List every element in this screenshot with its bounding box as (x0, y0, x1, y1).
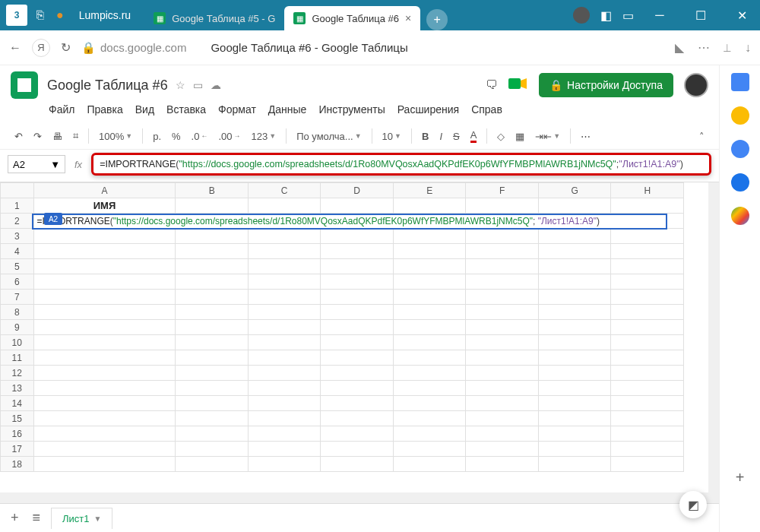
keep-icon[interactable] (731, 106, 749, 125)
cell[interactable] (466, 320, 539, 335)
row-header[interactable]: 6 (1, 274, 34, 290)
cell[interactable] (611, 411, 684, 426)
row-header[interactable]: 9 (1, 320, 34, 335)
formula-bar[interactable]: =IMPORTRANGE("https://docs.google.com/sp… (91, 153, 711, 176)
reload-button[interactable]: ↻ (61, 40, 71, 55)
cell[interactable] (538, 457, 611, 472)
cell[interactable] (611, 198, 684, 214)
cell[interactable] (176, 411, 249, 426)
menu-help[interactable]: Справ (467, 100, 507, 119)
cell[interactable] (33, 274, 176, 290)
cell[interactable] (466, 335, 539, 350)
cell[interactable] (466, 229, 539, 244)
row-header[interactable]: 14 (1, 396, 34, 411)
row-header[interactable]: 7 (1, 290, 34, 305)
cell[interactable] (321, 290, 394, 305)
window-minimize-button[interactable]: ─ (644, 0, 675, 30)
cell[interactable] (176, 290, 249, 305)
window-close-button[interactable]: ✕ (727, 0, 757, 30)
maps-icon[interactable] (731, 207, 749, 225)
cell[interactable] (321, 229, 394, 244)
cell[interactable] (466, 198, 539, 214)
menu-view[interactable]: Вид (131, 100, 159, 119)
extensions-icon[interactable]: ⟂ (724, 41, 731, 55)
cell[interactable] (321, 381, 394, 396)
cell[interactable] (466, 244, 539, 259)
cell[interactable] (611, 426, 684, 442)
cell[interactable] (176, 442, 249, 457)
col-header-H[interactable]: H (611, 183, 684, 198)
cell[interactable] (611, 244, 684, 259)
collapse-toolbar-button[interactable]: ˄ (695, 128, 708, 145)
cell-A2[interactable]: =IMPORTRANGE("https://docs.google.com/sp… (33, 214, 683, 229)
grid[interactable]: A B C D E F G H 1 ИМЯ 2 =IMPOR (0, 182, 684, 472)
cell[interactable] (611, 366, 684, 381)
cell-A1[interactable]: ИМЯ (33, 198, 176, 214)
cell[interactable] (321, 335, 394, 350)
zoom-select[interactable]: 100%▼ (95, 128, 136, 145)
tasks-icon[interactable] (731, 140, 749, 158)
row-header[interactable]: 10 (1, 335, 34, 350)
row-header-2[interactable]: 2 (1, 214, 34, 229)
cell[interactable] (248, 457, 321, 472)
cell[interactable] (176, 396, 249, 411)
menu-extensions[interactable]: Расширения (393, 100, 464, 119)
explore-fab[interactable]: ◩ (679, 491, 707, 518)
italic-button[interactable]: I (435, 128, 446, 145)
yandex-button[interactable]: Я (32, 39, 50, 57)
cell[interactable] (466, 457, 539, 472)
cell[interactable] (611, 259, 684, 274)
row-header[interactable]: 16 (1, 426, 34, 442)
cell[interactable] (538, 305, 611, 320)
cell[interactable] (248, 305, 321, 320)
cell[interactable] (611, 457, 684, 472)
meet-icon[interactable] (508, 76, 528, 94)
cell[interactable] (321, 198, 394, 214)
add-addon-button[interactable]: + (736, 469, 745, 486)
percent-button[interactable]: % (168, 128, 185, 145)
share-button[interactable]: 🔒 Настройки Доступа (539, 73, 673, 97)
row-header[interactable]: 15 (1, 411, 34, 426)
cell[interactable] (176, 259, 249, 274)
cell[interactable] (321, 457, 394, 472)
cell[interactable] (393, 229, 466, 244)
contacts-icon[interactable] (731, 173, 749, 192)
bookmark-icon[interactable]: ◣ (675, 40, 684, 55)
browser-panel2-icon[interactable]: ▭ (622, 8, 634, 23)
cell[interactable] (611, 320, 684, 335)
cell[interactable] (176, 426, 249, 442)
cell[interactable] (33, 229, 176, 244)
number-format-select[interactable]: 123▼ (248, 128, 280, 145)
cell[interactable] (538, 335, 611, 350)
cell[interactable] (611, 305, 684, 320)
cell[interactable] (33, 426, 176, 442)
cell[interactable] (466, 305, 539, 320)
name-box[interactable]: A2 ▼ (8, 155, 65, 173)
cell[interactable] (611, 442, 684, 457)
user-avatar[interactable] (684, 73, 708, 97)
cell[interactable] (33, 244, 176, 259)
cell[interactable] (466, 442, 539, 457)
cell[interactable] (33, 335, 176, 350)
cell[interactable] (321, 366, 394, 381)
cell[interactable] (393, 411, 466, 426)
row-header[interactable]: 18 (1, 457, 34, 472)
more-icon[interactable]: ⋯ (698, 40, 710, 55)
cell[interactable] (248, 335, 321, 350)
row-header[interactable]: 4 (1, 244, 34, 259)
downloads-icon[interactable]: ↓ (745, 41, 751, 55)
cell[interactable] (466, 259, 539, 274)
sheet-tab-1[interactable]: Лист1 ▼ (51, 508, 112, 529)
cell[interactable] (538, 381, 611, 396)
row-header[interactable]: 12 (1, 366, 34, 381)
cell[interactable] (321, 350, 394, 366)
star-icon[interactable]: ☆ (176, 79, 185, 91)
font-size-select[interactable]: 10▼ (378, 128, 405, 145)
move-icon[interactable]: ▭ (193, 79, 203, 91)
cell[interactable] (393, 274, 466, 290)
cell[interactable] (321, 305, 394, 320)
cell[interactable] (248, 198, 321, 214)
browser-profile-avatar[interactable] (573, 7, 590, 24)
more-tools-button[interactable]: ⋯ (577, 128, 594, 145)
cell[interactable] (393, 198, 466, 214)
